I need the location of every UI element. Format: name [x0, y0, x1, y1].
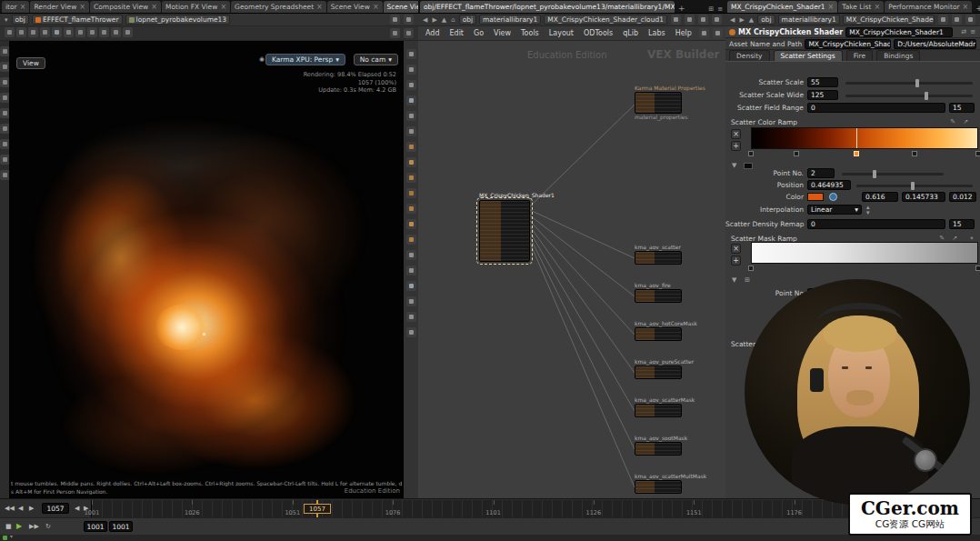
color-swatch[interactable] [807, 193, 824, 201]
color-b-field[interactable]: 0.012 [949, 192, 976, 202]
node-body[interactable] [635, 251, 682, 265]
jump-start-button[interactable]: ◀◀ [3, 505, 16, 512]
toolbar-icon[interactable] [404, 28, 414, 38]
toolbar-icon[interactable] [404, 15, 414, 25]
toolbar-icon[interactable] [406, 80, 416, 90]
toolbar-icon[interactable] [40, 27, 50, 37]
toolbar-icon[interactable] [406, 173, 416, 183]
ramp-point-marker[interactable] [854, 151, 859, 156]
menu-add[interactable]: Add [422, 29, 444, 37]
node-name-field[interactable]: MX_CrispyChicken_Shader1 [845, 27, 953, 37]
toolbar-icon[interactable] [698, 15, 708, 25]
toolbar-icon[interactable] [699, 28, 709, 38]
add-point-button[interactable]: + [731, 141, 741, 151]
expand-ramp-icon[interactable]: ↗ [951, 235, 958, 242]
scatter-scale-wide-slider[interactable] [845, 95, 973, 97]
toolbar-icon[interactable] [685, 15, 695, 25]
node-kma_aov_scatterMultMask[interactable]: kma_aov_scatterMultMask [635, 473, 698, 494]
node-kma_aov_pureScatter[interactable]: kma_aov_pureScatter [635, 358, 698, 379]
node-kma_aov_sootMask[interactable]: kma_aov_sootMask [635, 435, 698, 456]
menu-odtools[interactable]: ODTools [580, 29, 616, 37]
remove-point-button[interactable]: × [731, 244, 741, 254]
tab-density[interactable]: Density [729, 50, 770, 61]
scatter-scale-wide-field[interactable]: 125 [807, 90, 838, 100]
param-path-matlib[interactable]: materiallibrary1 [778, 15, 840, 25]
ramp-point-marker[interactable] [794, 151, 799, 156]
node-body[interactable] [635, 327, 682, 341]
close-icon[interactable]: × [373, 2, 379, 13]
node-kma_aov_hotCoreMask[interactable]: kma_aov_hotCoreMask [635, 320, 698, 341]
color-g-field[interactable]: 0.145733 [902, 192, 945, 202]
toolbar-icon[interactable] [123, 27, 133, 37]
current-frame-field[interactable]: 1057 [42, 503, 69, 514]
up-icon[interactable]: ▲ [748, 16, 755, 24]
camera-lock-icon[interactable]: ◉ [258, 55, 265, 63]
toolbar-icon[interactable] [406, 265, 416, 276]
tab-fire[interactable]: Fire [846, 50, 873, 61]
toolbar-icon[interactable] [712, 15, 722, 25]
toolbar-icon[interactable] [390, 28, 400, 38]
timeline-ruler[interactable]: 1057 10011026105110761101112611511176120… [91, 500, 895, 517]
path-item-flamethrower[interactable]: EFFECT_flameThrower [32, 15, 123, 25]
toolbar-icon[interactable] [99, 27, 109, 37]
frame-back-button[interactable]: ◀ [73, 505, 81, 512]
path-item-obj[interactable]: obj [12, 15, 29, 25]
toolbar-icon[interactable] [64, 27, 74, 37]
toolbar-icon[interactable] [406, 65, 416, 75]
toolbar-icon[interactable] [406, 142, 416, 152]
toolbar-icon[interactable] [28, 27, 38, 37]
menu-edit[interactable]: Edit [446, 29, 468, 37]
node-kma_aov_scatter[interactable]: kma_aov_scatter [635, 244, 698, 265]
toolbar-icon[interactable] [952, 15, 962, 25]
toolbar-icon[interactable] [406, 219, 416, 229]
pane-split-icon[interactable]: ⊞ [707, 5, 715, 13]
ramp-point-marker[interactable] [912, 151, 917, 156]
menu-help[interactable]: Help [672, 29, 695, 37]
node-body[interactable] [635, 366, 682, 379]
point-no-field[interactable]: 2 [807, 168, 835, 178]
node-kma_aov_fire[interactable]: kma_aov_fire [635, 282, 698, 303]
global-range-start-field[interactable]: 1001 [84, 521, 107, 532]
back-icon[interactable]: ◀ [729, 16, 735, 24]
stepper-down-icon[interactable]: ▾ [865, 209, 871, 216]
ramp-point-marker[interactable] [975, 265, 980, 271]
toolbar-icon[interactable] [406, 235, 416, 245]
scatter-scale-field[interactable]: 55 [807, 77, 838, 87]
toolbar-icon[interactable] [713, 28, 723, 38]
node-shader-selected[interactable]: MX_CrispyChicken_Shader1 [479, 192, 561, 262]
color-picker-icon[interactable] [829, 193, 837, 201]
toolbar-icon[interactable] [52, 27, 62, 37]
param-path-obj[interactable]: obj [757, 15, 775, 25]
swap-icon[interactable]: ⇄ [960, 28, 967, 35]
tab-geometry-spreadsheet[interactable]: Geometry Spreadsheet× [231, 1, 326, 13]
loop-button[interactable]: ↻ [44, 523, 53, 530]
forward-icon[interactable]: ▶ [431, 16, 437, 24]
param-path-shader[interactable]: MX_CrispyChicken_Shader_Builder_clou [843, 15, 935, 25]
node-kma_aov_scatterMask[interactable]: kma_aov_scatterMask [635, 396, 698, 417]
close-icon[interactable]: × [20, 2, 26, 13]
jump-end-button[interactable]: ▶▶ [27, 523, 41, 530]
toolbar-icon[interactable] [938, 15, 948, 25]
net-path-obj[interactable]: obj [459, 15, 476, 25]
ramp-point-marker[interactable] [748, 151, 754, 156]
density-remap-max[interactable]: 15 [949, 219, 975, 229]
toolbar-icon[interactable] [671, 15, 681, 25]
menu-layout[interactable]: Layout [545, 29, 577, 37]
back-icon[interactable]: ◀ [422, 16, 428, 24]
node-body[interactable] [479, 200, 530, 262]
toolbar-icon[interactable] [406, 95, 416, 105]
scatter-field-range-field[interactable]: 0 [807, 103, 945, 113]
edit-ramp-icon[interactable]: ✎ [949, 118, 956, 125]
tab-shader-params[interactable]: MX_CrispyChicken_Shader1× [727, 1, 837, 13]
menu-tools[interactable]: Tools [517, 29, 543, 37]
expand-ramp-icon[interactable]: ↗ [962, 118, 969, 125]
pane-menu-icon[interactable]: ≡ [716, 5, 724, 13]
position-slider[interactable] [856, 185, 973, 187]
tab-scene-view-2[interactable]: Scene View× [384, 1, 418, 13]
asset-path-field[interactable]: D:/Users/AbsoluteMadman/Docum [894, 39, 976, 49]
toolbar-icon[interactable] [16, 27, 26, 37]
tab-render-view[interactable]: Render View× [30, 1, 89, 13]
menu-view[interactable]: View [490, 29, 515, 37]
close-icon[interactable]: × [828, 2, 835, 13]
remove-point-button[interactable]: × [731, 129, 741, 139]
